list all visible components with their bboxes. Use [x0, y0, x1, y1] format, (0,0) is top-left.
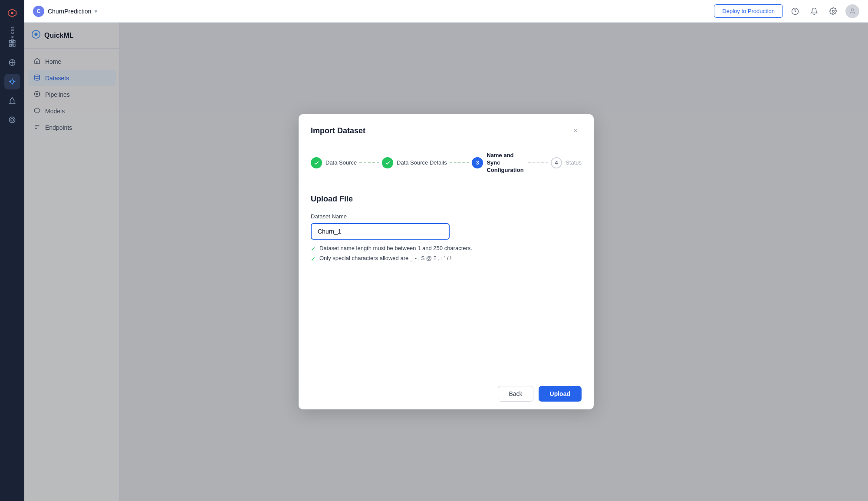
topbar-right: Deploy to Production: [714, 4, 859, 18]
steps-bar: Data Source Data Source Details 3 Name a…: [299, 144, 594, 182]
validation-check-icon-1: ✓: [311, 245, 316, 252]
validation-check-icon-2: ✓: [311, 255, 316, 262]
service-nav-icon-2[interactable]: [4, 55, 20, 70]
modal-header: Import Dataset ×: [299, 114, 594, 144]
svg-point-15: [9, 117, 15, 123]
service-nav-icon-5[interactable]: [4, 112, 20, 128]
step-2-circle: [382, 157, 393, 168]
back-button[interactable]: Back: [498, 386, 533, 402]
topbar-left: C ChurnPrediction ▾: [33, 6, 97, 17]
section-title: Upload File: [311, 194, 582, 204]
step-1-label: Data Source: [326, 159, 357, 167]
step-connector-1: [359, 162, 379, 163]
services-logo-icon[interactable]: [4, 5, 20, 21]
bell-icon[interactable]: [807, 4, 821, 18]
modal-overlay: Import Dataset × Data Source: [24, 23, 868, 501]
step-2-label: Data Source Details: [397, 159, 447, 167]
svg-point-1: [11, 12, 13, 14]
validation-text-1: Dataset name length must be between 1 an…: [319, 245, 472, 251]
deploy-to-production-button[interactable]: Deploy to Production: [714, 4, 783, 18]
svg-point-19: [851, 9, 853, 11]
services-label: Services: [10, 26, 15, 46]
settings-icon[interactable]: [826, 4, 840, 18]
svg-point-14: [11, 119, 13, 121]
svg-point-18: [832, 10, 835, 12]
modal-title: Import Dataset: [311, 126, 365, 135]
modal-close-button[interactable]: ×: [569, 125, 582, 137]
import-dataset-modal: Import Dataset × Data Source: [299, 114, 594, 409]
step-1: Data Source: [311, 157, 357, 168]
modal-footer: Back Upload: [299, 378, 594, 409]
step-3-circle: 3: [472, 157, 483, 168]
validation-item-1: ✓ Dataset name length must be between 1 …: [311, 245, 582, 252]
topbar: C ChurnPrediction ▾ Deploy to Production: [24, 0, 868, 23]
dataset-name-label: Dataset Name: [311, 213, 582, 220]
step-4-circle: 4: [551, 157, 562, 168]
modal-body: Upload File Dataset Name ✓ Dataset name …: [299, 182, 594, 378]
step-3-label: Name and Sync Configuration: [487, 152, 526, 174]
step-connector-3: [528, 162, 548, 163]
dataset-name-input[interactable]: [311, 223, 450, 240]
svg-point-9: [10, 80, 14, 83]
avatar[interactable]: [845, 4, 859, 18]
project-indicator: C: [33, 6, 44, 17]
chevron-down-icon[interactable]: ▾: [95, 8, 97, 14]
step-2: Data Source Details: [382, 157, 447, 168]
upload-button[interactable]: Upload: [539, 386, 582, 402]
step-4-label: Status: [566, 159, 582, 167]
services-icons: [4, 36, 20, 128]
validation-item-2: ✓ Only special characters allowed are _ …: [311, 255, 582, 262]
service-nav-icon-3[interactable]: [4, 74, 20, 89]
step-3: 3 Name and Sync Configuration: [472, 152, 526, 174]
step-4: 4 Status: [551, 157, 582, 168]
validation-text-2: Only special characters allowed are _ - …: [319, 255, 452, 261]
step-1-circle: [311, 157, 322, 168]
validation-list: ✓ Dataset name length must be between 1 …: [311, 245, 582, 262]
project-name: ChurnPrediction: [48, 8, 91, 15]
step-connector-2: [450, 162, 470, 163]
service-nav-icon-4[interactable]: [4, 93, 20, 109]
help-icon[interactable]: [788, 4, 802, 18]
services-bar: Services: [0, 0, 24, 501]
